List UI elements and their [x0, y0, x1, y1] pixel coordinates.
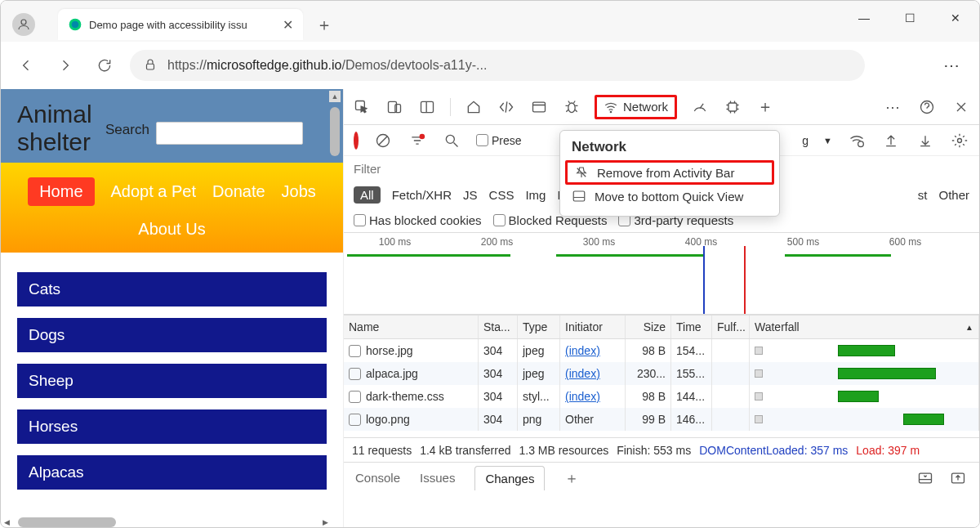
url-text: https://microsoftedge.github.io/Demos/de…: [167, 58, 487, 73]
category-item[interactable]: Alpacas: [17, 455, 327, 490]
address-bar-row: https://microsoftedge.github.io/Demos/de…: [1, 42, 979, 89]
throttling-caret-icon[interactable]: ▼: [823, 136, 832, 145]
table-row[interactable]: alpaca.jpg304jpeg(index)230...155...: [344, 362, 979, 385]
forward-button[interactable]: [51, 51, 79, 79]
bug-icon[interactable]: [562, 97, 581, 117]
filter-all[interactable]: All: [354, 186, 381, 204]
network-overview[interactable]: 100 ms200 ms300 ms400 ms500 ms600 ms: [344, 233, 979, 315]
record-button[interactable]: [354, 134, 359, 147]
tab-bar: Demo page with accessibility issu ✕ ＋: [1, 1, 979, 42]
lock-icon: [143, 57, 158, 74]
svg-point-23: [858, 141, 864, 146]
scroll-thumb[interactable]: [330, 107, 340, 156]
browser-more-button[interactable]: ⋯: [943, 56, 960, 75]
blocked-cookies-checkbox[interactable]: Has blocked cookies: [354, 213, 482, 227]
drawer-expand-icon[interactable]: [948, 468, 968, 488]
site-title: Animalshelter: [17, 101, 99, 156]
filter-truncated[interactable]: st: [918, 188, 928, 202]
welcome-icon[interactable]: [464, 97, 483, 117]
svg-line-16: [379, 136, 387, 145]
new-tab-button[interactable]: ＋: [311, 11, 337, 38]
svg-line-22: [454, 142, 458, 146]
devtools-more-button[interactable]: ⋯: [883, 97, 902, 117]
svg-rect-9: [533, 102, 546, 112]
close-window-button[interactable]: ✕: [937, 4, 974, 32]
filter-css[interactable]: CSS: [489, 188, 514, 202]
elements-icon[interactable]: [497, 97, 516, 117]
svg-rect-7: [421, 101, 434, 112]
context-menu-title: Network: [560, 136, 779, 160]
devtools-activity-bar: Network ＋ ⋯: [344, 89, 979, 125]
category-item[interactable]: Sheep: [17, 364, 327, 398]
network-conditions-icon[interactable]: [847, 131, 866, 150]
drawer-issues-tab[interactable]: Issues: [420, 471, 455, 485]
panel-bottom-icon: [572, 189, 586, 204]
horizontal-scrollbar[interactable]: ◀ ▶: [1, 516, 332, 528]
filter-js[interactable]: JS: [463, 188, 478, 202]
more-tabs-button[interactable]: ＋: [755, 97, 775, 117]
preserve-log-checkbox[interactable]: Prese: [476, 134, 522, 147]
refresh-button[interactable]: [91, 51, 118, 79]
dock-icon[interactable]: [417, 97, 437, 117]
filter-fetch[interactable]: Fetch/XHR: [392, 188, 452, 202]
category-list: Cats Dogs Sheep Horses Alpacas: [1, 253, 343, 509]
vertical-scrollbar[interactable]: ▲: [329, 91, 341, 528]
search-icon[interactable]: [442, 131, 461, 150]
svg-point-12: [610, 111, 612, 113]
table-row[interactable]: logo.png304pngOther99 B146...: [344, 408, 979, 431]
table-row[interactable]: horse.jpg304jpeg(index)98 B154...: [344, 339, 979, 362]
close-tab-button[interactable]: ✕: [283, 17, 293, 33]
search-input[interactable]: [156, 122, 303, 145]
category-item[interactable]: Cats: [17, 272, 327, 307]
browser-tab[interactable]: Demo page with accessibility issu ✕: [58, 9, 303, 40]
sources-icon[interactable]: [529, 97, 549, 117]
minimize-button[interactable]: —: [845, 4, 883, 32]
maximize-button[interactable]: ☐: [891, 4, 929, 32]
browser-chrome: — ☐ ✕ Demo page with accessibility issu …: [1, 1, 979, 89]
unpin-icon: [574, 165, 589, 180]
network-table-header[interactable]: Name Sta... Type Initiator Size Time Ful…: [344, 315, 979, 339]
memory-icon[interactable]: [723, 97, 742, 117]
export-icon[interactable]: [881, 131, 901, 150]
network-tab[interactable]: Network: [595, 95, 677, 119]
scroll-thumb-h[interactable]: [18, 517, 116, 527]
ctx-remove-item[interactable]: Remove from Activity Bar: [565, 160, 774, 185]
svg-point-0: [21, 20, 26, 25]
import-icon[interactable]: [915, 131, 935, 150]
svg-point-2: [72, 21, 78, 28]
category-item[interactable]: Horses: [17, 409, 327, 444]
wifi-icon: [604, 100, 618, 114]
filter-other[interactable]: Other: [938, 188, 969, 202]
settings-icon[interactable]: [950, 131, 969, 150]
filter-img[interactable]: Img: [525, 188, 546, 202]
svg-rect-25: [920, 473, 932, 483]
scroll-up-icon[interactable]: ▲: [329, 91, 341, 102]
table-row[interactable]: dark-theme.css304styl...(index)98 B144..…: [344, 385, 979, 408]
drawer-add-button[interactable]: ＋: [564, 468, 579, 488]
drawer-dock-icon[interactable]: [915, 468, 935, 488]
nav-donate[interactable]: Donate: [212, 182, 265, 201]
category-item[interactable]: Dogs: [17, 318, 327, 352]
svg-point-24: [958, 138, 962, 142]
performance-icon[interactable]: [690, 97, 710, 117]
close-devtools-button[interactable]: [951, 97, 971, 117]
clear-button[interactable]: [373, 131, 393, 150]
back-button[interactable]: [12, 51, 40, 79]
nav-adopt[interactable]: Adopt a Pet: [111, 182, 197, 201]
inspect-icon[interactable]: [352, 97, 372, 117]
nav-home[interactable]: Home: [28, 177, 94, 206]
devtools-drawer: Console Issues Changes ＋: [344, 462, 979, 493]
page-viewport: Animalshelter Search Home Adopt a Pet Do…: [1, 89, 344, 528]
search-label: Search: [105, 122, 149, 138]
address-bar[interactable]: https://microsoftedge.github.io/Demos/de…: [130, 50, 865, 81]
help-icon[interactable]: [917, 97, 937, 117]
svg-point-11: [568, 103, 575, 113]
ctx-move-item[interactable]: Move to bottom Quick View: [560, 185, 779, 208]
drawer-console-tab[interactable]: Console: [355, 471, 400, 485]
nav-jobs[interactable]: Jobs: [282, 182, 316, 201]
filter-icon[interactable]: [408, 131, 427, 150]
drawer-changes-tab[interactable]: Changes: [474, 466, 545, 490]
device-icon[interactable]: [385, 97, 404, 117]
profile-avatar[interactable]: [12, 13, 35, 36]
nav-about[interactable]: About Us: [138, 220, 205, 239]
